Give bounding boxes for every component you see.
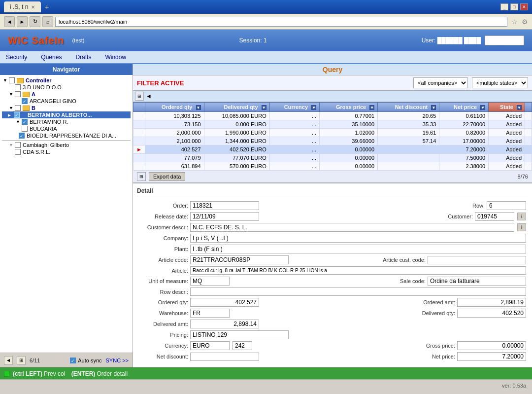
export-data-button[interactable]: Export data: [149, 172, 185, 181]
forward-button[interactable]: ►: [17, 16, 28, 27]
cda-checkbox[interactable]: [15, 149, 21, 155]
nav-item-arcangeli[interactable]: ✓ ARCANGELI GINO: [2, 98, 131, 105]
table-row[interactable]: 631.894 570.000 EURO ... 0.00000 2.38000…: [133, 162, 532, 171]
table-row[interactable]: 2,100.000 1,344.000 EURO ... 39.66000 57…: [133, 137, 532, 145]
nav-item-controller[interactable]: ▼ Controller: [2, 77, 131, 84]
net-price-value: 7.20000: [457, 352, 526, 361]
col-currency[interactable]: Currency ▼: [269, 103, 319, 112]
controller-checkbox[interactable]: [9, 77, 15, 83]
col-state[interactable]: State ▼: [489, 103, 525, 112]
nav-item-bertamino-alberto[interactable]: ► ✓ BERTAMINO ALBERTO...: [2, 111, 131, 118]
nav-sync-icon[interactable]: ⊞: [17, 356, 26, 365]
nav-item-cda[interactable]: CDA S.R.L.: [2, 148, 131, 155]
col-net-price[interactable]: Net price ▼: [439, 103, 489, 112]
detail-panel[interactable]: Detail Order: 118321 Row: 6 Release date…: [133, 183, 532, 367]
table-row[interactable]: 77.079 77.070 EURO ... 0.00000 7.50000 A…: [133, 154, 532, 162]
bookmark-icon[interactable]: ☆: [511, 18, 518, 26]
bioedil-checkbox[interactable]: ✓: [19, 133, 25, 139]
customer-descr-info-button[interactable]: i: [517, 223, 526, 231]
cell-net-price: 22.70000: [439, 120, 489, 129]
nav-item-b-folder[interactable]: ▼ B: [2, 105, 131, 111]
title-bar-left: i .S, t n ✕ +: [4, 1, 49, 12]
nav-item-bertamino-r[interactable]: ▼ ✓ BERTAMINO R.: [2, 118, 131, 125]
cell-net-price: 7.50000: [439, 154, 489, 162]
customer-info-button[interactable]: i: [517, 213, 526, 220]
tab-close-icon[interactable]: ✕: [31, 4, 35, 10]
reload-button[interactable]: ↻: [30, 16, 40, 27]
action1-text: Prev col: [44, 370, 65, 377]
separator: [2, 140, 131, 141]
table-toolbar: ⊞ Export data 8/76: [133, 171, 532, 183]
ordered-qty-filter-icon[interactable]: ▼: [196, 105, 201, 110]
app-search-input[interactable]: [485, 36, 524, 45]
new-tab-icon[interactable]: +: [45, 3, 49, 11]
menu-queries[interactable]: Queries: [39, 53, 64, 62]
cell-gross-price: 39.66000: [320, 137, 378, 145]
gross-price-filter-icon[interactable]: ▼: [369, 105, 374, 110]
3duno-checkbox[interactable]: [15, 84, 21, 90]
nav-item-bioedil[interactable]: ✓ BIOEDIL RAPPRESENTANZE DI A...: [2, 132, 131, 139]
settings-icon[interactable]: ⚙: [522, 18, 528, 26]
minimize-button[interactable]: _: [500, 3, 508, 10]
nav-item-bulgaria[interactable]: BULGARIA: [2, 125, 131, 132]
table-row-selected[interactable]: ► 402.527 402.520 EURO ... 0.00000 7.200…: [133, 145, 532, 154]
nav-item-a-folder[interactable]: ▼ A: [2, 91, 131, 98]
sync-button[interactable]: SYNC >>: [106, 358, 129, 363]
bertamino-r-checkbox[interactable]: ✓: [22, 119, 28, 125]
arcangeli-checkbox[interactable]: ✓: [22, 98, 28, 104]
main-container: Navigator ▼ Controller 3 D UNO D.O.O. ▼ …: [0, 64, 532, 367]
col-net-discount[interactable]: Net discount ▼: [378, 103, 439, 112]
menu-window[interactable]: Window: [103, 53, 128, 62]
b-label: B: [32, 105, 35, 111]
state-filter-select[interactable]: <multiple states>: [472, 77, 528, 88]
table-scroll[interactable]: Ordered qty ▼ Delivered qty ▼ Currency ▼…: [133, 102, 532, 171]
filter-row: FILTER ACTIVE <all companies> <multiple …: [133, 75, 532, 91]
close-button[interactable]: ✕: [520, 3, 528, 10]
back-button[interactable]: ◄: [4, 16, 15, 27]
cell-scroll: [525, 162, 532, 171]
menu-security[interactable]: Security: [4, 53, 29, 62]
ordered-amt-label: Ordered amt:: [406, 299, 455, 305]
article-code-label: Article code:: [139, 257, 188, 263]
delivered-qty-filter-icon[interactable]: ▼: [262, 105, 266, 110]
grid-icon[interactable]: ⊞: [135, 92, 144, 101]
menu-drafts[interactable]: Drafts: [73, 53, 93, 62]
table-row[interactable]: 73.150 0.000 EURO ... 35.10000 35.33 22.…: [133, 120, 532, 129]
table-row[interactable]: 2,000.000 1,990.000 EURO ... 1.02000 19.…: [133, 129, 532, 137]
company-filter-select[interactable]: <all companies>: [413, 77, 468, 88]
currency-filter-icon[interactable]: ▼: [311, 105, 316, 110]
export-grid-icon[interactable]: ⊞: [137, 172, 146, 181]
nav-prev-button[interactable]: ◄: [4, 356, 13, 365]
version-text: ver: 0.53a: [502, 383, 526, 389]
nav-item-3duno[interactable]: 3 D UNO D.O.O.: [2, 84, 131, 91]
cell-ordered-qty: 631.894: [145, 162, 204, 171]
bulgaria-checkbox[interactable]: [22, 126, 28, 132]
nav-item-cambiaghi[interactable]: ▼ Cambiaghi Gilberto: [2, 142, 131, 148]
col-gross-price[interactable]: Gross price ▼: [320, 103, 378, 112]
b-checkbox[interactable]: [15, 105, 21, 111]
cell-gross-price: 35.10000: [320, 120, 378, 129]
table-row[interactable]: 10,303.125 10,085.000 EURO ... 0.77001 2…: [133, 112, 532, 120]
col-delivered-qty[interactable]: Delivered qty ▼: [204, 103, 269, 112]
a-checkbox[interactable]: [15, 91, 21, 97]
net-discount-filter-icon[interactable]: ▼: [431, 105, 436, 110]
col-ordered-qty[interactable]: Ordered qty ▼: [145, 103, 204, 112]
cambiaghi-checkbox[interactable]: [15, 142, 21, 148]
url-bar[interactable]: [55, 17, 507, 27]
net-discount-value: [190, 353, 259, 361]
cell-gross-price: 0.00000: [320, 145, 378, 154]
detail-customer-descr-row: Customer descr.: N.C. ECFS DE. S. L. i: [139, 223, 526, 232]
state-filter-icon[interactable]: ▼: [517, 105, 522, 110]
bertamino-alberto-checkbox[interactable]: ✓: [14, 112, 20, 118]
status-bar: (ctrl LEFT) Prev col (ENTER) Order detai…: [0, 367, 532, 379]
navigator-header: Navigator: [0, 64, 133, 75]
cell-net-discount: 20.65: [378, 112, 439, 120]
cell-scroll: [525, 137, 532, 145]
detail-ordered-qty-row: Ordered qty: 402.527 Ordered amt: 2,898.…: [139, 298, 526, 307]
home-button[interactable]: ⌂: [42, 16, 53, 27]
browser-tab[interactable]: i .S, t n ✕: [4, 1, 41, 12]
net-price-filter-icon[interactable]: ▼: [480, 105, 485, 110]
autosync-checkbox[interactable]: ✓: [70, 358, 76, 363]
nav-left-arrow[interactable]: ◄: [146, 93, 152, 100]
maximize-button[interactable]: □: [510, 3, 518, 10]
